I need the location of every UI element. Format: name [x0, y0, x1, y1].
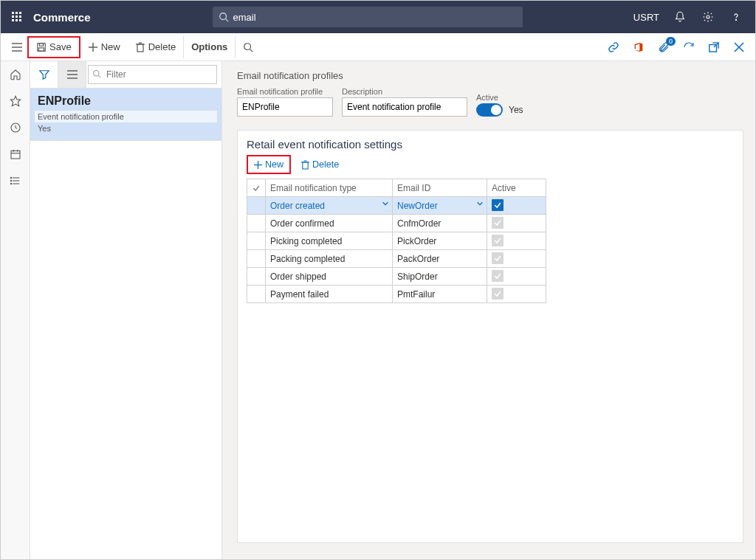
- clock-icon[interactable]: [7, 119, 24, 136]
- svg-rect-1: [16, 12, 18, 14]
- cell-type[interactable]: Order confirmed: [266, 215, 393, 232]
- cell-active[interactable]: [487, 197, 546, 215]
- svg-point-11: [707, 15, 709, 18]
- table-row[interactable]: Payment failedPmtFailur: [247, 286, 546, 303]
- table-row[interactable]: Packing completedPackOrder: [247, 250, 546, 268]
- new-button[interactable]: New: [80, 36, 128, 58]
- close-icon[interactable]: [732, 40, 746, 55]
- calendar-icon[interactable]: [7, 145, 24, 163]
- office-icon[interactable]: [631, 40, 646, 55]
- search-icon: [219, 12, 229, 22]
- svg-rect-17: [39, 43, 43, 46]
- search-box[interactable]: [213, 7, 523, 27]
- gear-icon[interactable]: [701, 10, 715, 24]
- svg-point-41: [10, 183, 11, 184]
- popout-icon[interactable]: [707, 40, 721, 55]
- refresh-icon[interactable]: [681, 40, 696, 55]
- col-type-header[interactable]: Email notification type: [266, 179, 393, 197]
- chevron-down-icon[interactable]: [382, 200, 389, 207]
- hamburger-icon[interactable]: [7, 36, 27, 58]
- svg-rect-49: [303, 162, 308, 168]
- panel-delete-label: Delete: [312, 159, 339, 170]
- panel-new-button[interactable]: New: [247, 155, 291, 174]
- card-active: Yes: [38, 124, 214, 133]
- table-row[interactable]: Picking completedPickOrder: [247, 232, 546, 250]
- svg-rect-5: [19, 15, 21, 18]
- chevron-down-icon[interactable]: [476, 200, 484, 207]
- link-icon[interactable]: [606, 40, 621, 55]
- filter-input[interactable]: [88, 65, 217, 84]
- star-icon[interactable]: [7, 92, 24, 110]
- cell-id[interactable]: PickOrder: [393, 232, 487, 250]
- active-checkbox[interactable]: [492, 235, 504, 246]
- row-marker[interactable]: [247, 268, 266, 286]
- panel-delete-button[interactable]: Delete: [295, 155, 345, 174]
- svg-rect-4: [16, 15, 18, 18]
- row-marker[interactable]: [247, 286, 266, 303]
- user-label[interactable]: USRT: [633, 12, 659, 23]
- cell-id[interactable]: PackOrder: [393, 250, 487, 268]
- row-marker[interactable]: [247, 232, 266, 250]
- cell-id[interactable]: NewOrder: [393, 197, 487, 215]
- cell-type[interactable]: Payment failed: [266, 286, 393, 303]
- badge-count: 0: [666, 37, 676, 46]
- active-checkbox[interactable]: [492, 217, 504, 229]
- table-row[interactable]: Order createdNewOrder: [247, 197, 546, 215]
- cell-id[interactable]: CnfmOrder: [393, 215, 487, 232]
- select-all-header[interactable]: [247, 179, 266, 197]
- cell-active[interactable]: [487, 268, 546, 286]
- search-input[interactable]: [233, 12, 517, 23]
- cell-active[interactable]: [487, 215, 546, 232]
- cell-type[interactable]: Packing completed: [266, 250, 393, 268]
- svg-rect-18: [39, 47, 44, 50]
- page-title: Email notification profiles: [237, 70, 743, 81]
- help-icon[interactable]: [729, 10, 743, 24]
- cell-type[interactable]: Order created: [266, 197, 393, 215]
- svg-rect-7: [16, 19, 18, 21]
- row-marker[interactable]: [247, 197, 266, 215]
- svg-point-12: [735, 19, 736, 20]
- card-title: ENProfile: [38, 94, 214, 108]
- svg-point-45: [94, 71, 100, 77]
- app-launcher-icon[interactable]: [7, 7, 27, 27]
- bell-icon[interactable]: [673, 10, 687, 24]
- delete-button[interactable]: Delete: [128, 36, 185, 58]
- svg-rect-3: [12, 15, 14, 18]
- cell-active[interactable]: [487, 232, 546, 250]
- list-view-icon[interactable]: [58, 61, 86, 88]
- svg-rect-6: [12, 19, 14, 21]
- content: Email notification profiles Email notifi…: [222, 61, 755, 559]
- description-label: Description: [342, 87, 467, 96]
- filter-icon[interactable]: [30, 61, 58, 88]
- active-checkbox[interactable]: [492, 252, 504, 264]
- topbar: Commerce USRT: [1, 1, 755, 33]
- profile-input[interactable]: [237, 97, 333, 117]
- col-active-header[interactable]: Active: [487, 179, 546, 197]
- cell-active[interactable]: [487, 250, 546, 268]
- active-checkbox[interactable]: [492, 270, 504, 282]
- active-checkbox[interactable]: [492, 288, 504, 300]
- list-icon[interactable]: [7, 172, 24, 190]
- cell-type[interactable]: Picking completed: [266, 232, 393, 250]
- table-row[interactable]: Order confirmedCnfmOrder: [247, 215, 546, 232]
- active-toggle[interactable]: [476, 103, 503, 117]
- active-label: Active: [476, 93, 523, 102]
- attachments-icon[interactable]: 0: [656, 40, 671, 55]
- find-button[interactable]: [236, 36, 261, 58]
- home-icon[interactable]: [7, 66, 24, 83]
- list-item[interactable]: ENProfile Event notification profile Yes: [30, 89, 221, 141]
- active-checkbox[interactable]: [492, 199, 504, 211]
- row-marker[interactable]: [247, 215, 266, 232]
- cell-id[interactable]: ShipOrder: [393, 268, 487, 286]
- cell-type[interactable]: Order shipped: [266, 268, 393, 286]
- cell-active[interactable]: [487, 286, 546, 303]
- table-row[interactable]: Order shippedShipOrder: [247, 268, 546, 286]
- row-marker[interactable]: [247, 250, 266, 268]
- cell-id[interactable]: PmtFailur: [393, 286, 487, 303]
- new-label: New: [101, 41, 120, 52]
- options-button[interactable]: Options: [184, 36, 236, 58]
- col-id-header[interactable]: Email ID: [393, 179, 487, 197]
- save-button[interactable]: Save: [27, 36, 80, 58]
- list-column: ENProfile Event notification profile Yes: [30, 61, 222, 559]
- description-input[interactable]: [342, 97, 467, 117]
